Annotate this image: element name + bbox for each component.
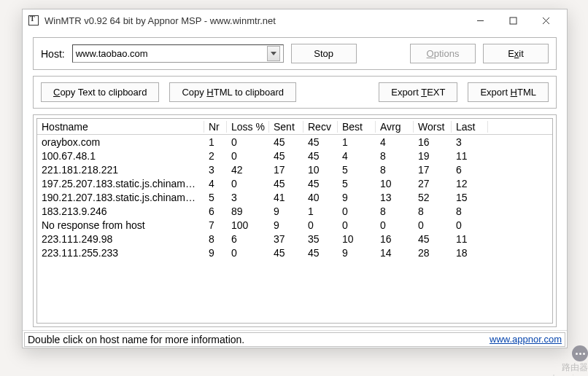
- watermark: 路由器 luyouqi.com: [522, 345, 588, 376]
- host-label: Host:: [41, 48, 65, 60]
- results-table[interactable]: Hostname Nr Loss % Sent Recv Best Avrg W…: [36, 118, 553, 324]
- cell: 4: [204, 178, 227, 189]
- cell: 0: [303, 219, 338, 231]
- col-hostname[interactable]: Hostname: [37, 121, 204, 133]
- copy-text-button[interactable]: Copy Text to clipboard: [41, 82, 159, 102]
- window-controls: [464, 10, 562, 31]
- cell: 9: [204, 247, 227, 259]
- cell: 3: [227, 192, 269, 203]
- cell: 10: [303, 164, 338, 176]
- close-button[interactable]: [530, 10, 562, 31]
- status-hint: Double click on host name for more infor…: [24, 332, 487, 347]
- exit-button[interactable]: Exit: [483, 44, 549, 63]
- col-loss[interactable]: Loss %: [227, 121, 269, 133]
- col-nr[interactable]: Nr: [204, 121, 227, 133]
- cell: 0: [227, 136, 269, 148]
- table-row[interactable]: 197.25.207.183.static.js.chinamobile....…: [37, 176, 552, 190]
- cell: 100.67.48.1: [37, 150, 204, 162]
- table-header: Hostname Nr Loss % Sent Recv Best Avrg W…: [37, 119, 552, 135]
- status-bar: Double click on host name for more infor…: [23, 330, 567, 348]
- cell: 8: [376, 164, 414, 176]
- table-row[interactable]: 100.67.48.1204545481911: [37, 149, 552, 162]
- table-row[interactable]: No response from host7100900000: [37, 218, 552, 232]
- cell: 1: [338, 136, 376, 148]
- cell: 9: [338, 247, 376, 259]
- cell: 45: [269, 178, 303, 189]
- svg-marker-4: [271, 52, 276, 55]
- status-link[interactable]: www.appnor.com: [487, 332, 565, 347]
- cell: No response from host: [37, 219, 204, 231]
- table-row[interactable]: 223.111.255.2339045459142818: [37, 246, 552, 259]
- col-avrg[interactable]: Avrg: [376, 121, 414, 133]
- cell: 45: [269, 136, 303, 148]
- cell: 221.181.218.221: [37, 164, 204, 176]
- cell: oraybox.com: [37, 136, 204, 148]
- cell: 45: [269, 150, 303, 162]
- cell: 4: [338, 150, 376, 162]
- table-row[interactable]: 190.21.207.183.static.js.chinamobile....…: [37, 190, 552, 204]
- col-last[interactable]: Last: [452, 121, 488, 133]
- cell: 0: [227, 178, 269, 189]
- cell: 7: [204, 219, 227, 231]
- cell: 28: [414, 247, 452, 259]
- export-text-button[interactable]: Export TEXT: [379, 82, 457, 102]
- cell: 190.21.207.183.static.js.chinamobile....: [37, 192, 204, 203]
- copy-group: Copy Text to clipboard Copy HTML to clip…: [33, 76, 557, 109]
- cell: 6: [204, 205, 227, 217]
- export-html-button[interactable]: Export HTML: [468, 82, 549, 102]
- cell: 6: [227, 233, 269, 245]
- cell: 8: [414, 205, 452, 217]
- cell: 40: [303, 192, 338, 203]
- table-body: oraybox.com10454514163100.67.48.12045454…: [37, 135, 552, 259]
- stop-button[interactable]: Stop: [291, 44, 357, 63]
- cell: 9: [269, 219, 303, 231]
- cell: 89: [227, 205, 269, 217]
- cell: 8: [376, 150, 414, 162]
- cell: 6: [452, 164, 488, 176]
- table-row[interactable]: 183.213.9.246689910888: [37, 204, 552, 218]
- svg-rect-1: [510, 17, 517, 24]
- cell: 17: [269, 164, 303, 176]
- cell: 19: [414, 150, 452, 162]
- cell: 12: [452, 178, 488, 189]
- minimize-button[interactable]: [464, 10, 497, 31]
- cell: 45: [414, 233, 452, 245]
- host-combobox[interactable]: www.taobao.com: [72, 44, 284, 63]
- client-area: Host: www.taobao.com Stop Options Exit C…: [23, 31, 567, 330]
- cell: 52: [414, 192, 452, 203]
- options-button: Options: [410, 44, 476, 63]
- cell: 14: [376, 247, 414, 259]
- copy-html-button[interactable]: Copy HTML to clipboard: [169, 82, 296, 102]
- cell: 10: [338, 233, 376, 245]
- col-recv[interactable]: Recv: [303, 121, 338, 133]
- cell: 0: [414, 219, 452, 231]
- cell: 18: [452, 247, 488, 259]
- cell: 197.25.207.183.static.js.chinamobile....: [37, 178, 204, 189]
- col-best[interactable]: Best: [338, 121, 376, 133]
- window-title: WinMTR v0.92 64 bit by Appnor MSP - www.…: [45, 15, 276, 26]
- cell: 4: [376, 136, 414, 148]
- cell: 45: [303, 178, 338, 189]
- cell: 27: [414, 178, 452, 189]
- cell: 45: [269, 247, 303, 259]
- table-row[interactable]: 221.181.218.221342171058176: [37, 162, 552, 176]
- cell: 5: [338, 178, 376, 189]
- chevron-down-icon[interactable]: [267, 46, 280, 61]
- col-sent[interactable]: Sent: [269, 121, 303, 133]
- cell: 183.213.9.246: [37, 205, 204, 217]
- cell: 16: [414, 136, 452, 148]
- cell: 5: [338, 164, 376, 176]
- host-value: www.taobao.com: [76, 48, 148, 59]
- cell: 0: [227, 247, 269, 259]
- table-row[interactable]: 223.111.249.9886373510164511: [37, 232, 552, 246]
- col-worst[interactable]: Worst: [414, 121, 452, 133]
- maximize-button[interactable]: [497, 10, 530, 31]
- cell: 42: [227, 164, 269, 176]
- cell: 8: [452, 205, 488, 217]
- cell: 100: [227, 219, 269, 231]
- table-row[interactable]: oraybox.com10454514163: [37, 135, 552, 149]
- cell: 8: [376, 205, 414, 217]
- cell: 16: [376, 233, 414, 245]
- cell: 1: [204, 136, 227, 148]
- cell: 13: [376, 192, 414, 203]
